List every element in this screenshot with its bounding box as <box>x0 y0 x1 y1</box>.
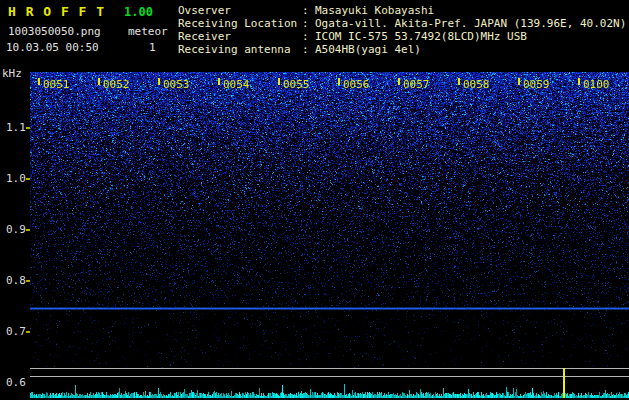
time-label: 0054 <box>223 78 259 91</box>
hrofft-screen: H R O F F T 1.00 1003050050.png meteor 1… <box>0 0 629 400</box>
info-value: A504HB(yagi 4el) <box>315 43 421 56</box>
time-tick <box>38 78 40 85</box>
info-row-antenna: Receiving antenna : A504HB(yagi 4el) <box>178 43 626 56</box>
time-label: 0058 <box>463 78 499 91</box>
time-tick <box>98 78 100 85</box>
info-label: Receiver <box>178 30 302 43</box>
spectrogram-canvas <box>30 72 629 368</box>
meteor-count: 1 <box>149 41 156 54</box>
info-colon: : <box>302 30 315 43</box>
freq-label: 0.6 <box>6 376 32 389</box>
y-axis-unit-label: kHz <box>2 67 22 80</box>
app-version: 1.00 <box>124 5 153 19</box>
separator-line-bottom <box>30 376 629 377</box>
info-colon: : <box>302 17 315 30</box>
info-value: Ogata-vill. Akita-Pref. JAPAN (139.96E, … <box>315 17 626 30</box>
time-label: 0053 <box>163 78 199 91</box>
time-tick <box>578 78 580 85</box>
info-value: Masayuki Kobayashi <box>315 4 434 17</box>
info-label: Receiving Location <box>178 17 302 30</box>
observer-info-block: Ovserver : Masayuki Kobayashi Receiving … <box>178 4 626 56</box>
time-label: 0052 <box>103 78 139 91</box>
separator-line-top <box>30 368 629 369</box>
time-tick <box>278 78 280 85</box>
time-tick <box>398 78 400 85</box>
info-label: Receiving antenna <box>178 43 302 56</box>
time-label: 0100 <box>583 78 619 91</box>
time-label: 0055 <box>283 78 319 91</box>
time-tick <box>158 78 160 85</box>
info-label: Ovserver <box>178 4 302 17</box>
app-title: H R O F F T <box>8 4 105 19</box>
output-filename: 1003050050.png <box>8 25 101 38</box>
info-colon: : <box>302 4 315 17</box>
signal-canvas <box>30 380 629 398</box>
event-marker-line <box>563 368 565 398</box>
time-label: 0057 <box>403 78 439 91</box>
mode-label: meteor <box>128 25 168 38</box>
time-tick <box>338 78 340 85</box>
datetime-stamp: 10.03.05 00:50 <box>6 41 99 54</box>
time-tick <box>458 78 460 85</box>
time-label: 0051 <box>43 78 79 91</box>
info-value: ICOM IC-575 53.7492(8LCD)MHz USB <box>315 30 527 43</box>
info-row-receiver: Receiver : ICOM IC-575 53.7492(8LCD)MHz … <box>178 30 626 43</box>
time-label: 0056 <box>343 78 379 91</box>
time-tick <box>518 78 520 85</box>
time-tick <box>218 78 220 85</box>
info-row-location: Receiving Location : Ogata-vill. Akita-P… <box>178 17 626 30</box>
time-label: 0059 <box>523 78 559 91</box>
info-row-observer: Ovserver : Masayuki Kobayashi <box>178 4 626 17</box>
info-colon: : <box>302 43 315 56</box>
